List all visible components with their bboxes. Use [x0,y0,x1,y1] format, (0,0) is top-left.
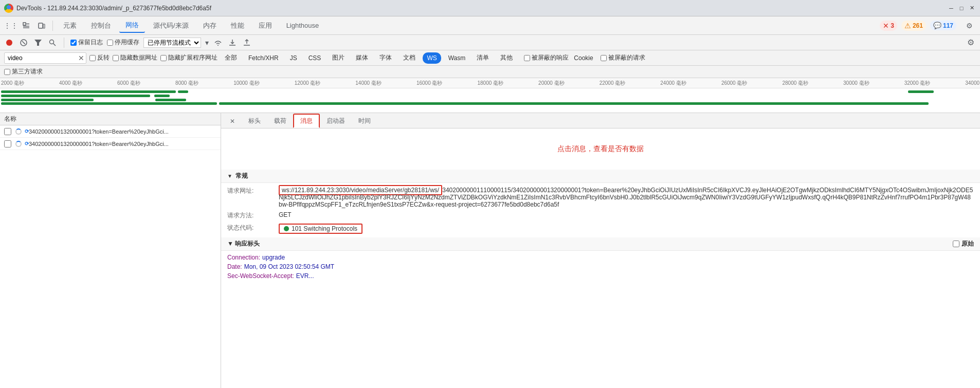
search-input[interactable] [4,52,86,64]
filter-font-btn[interactable]: 字体 [375,52,396,64]
filter-manifest-btn[interactable]: 清单 [473,52,493,64]
record-button[interactable] [4,38,14,48]
tab-initiator[interactable]: 启动器 [320,114,352,128]
close-icon[interactable]: ✕ [230,118,235,125]
clear-button[interactable] [19,38,29,48]
tab-memory[interactable]: 内存 [197,19,223,33]
filter-media-btn[interactable]: 媒体 [352,52,372,64]
filter-js-btn[interactable]: JS [286,52,301,64]
tab-messages[interactable]: 消息 [293,114,320,128]
svg-line-11 [53,43,56,46]
tab-sources[interactable]: 源代码/来源 [147,19,195,33]
filter-wasm-btn[interactable]: Wasm [444,52,470,64]
tab-close[interactable]: ✕ [223,114,242,128]
filter-button[interactable] [33,38,43,48]
third-party-checkbox[interactable]: 第三方请求 [4,67,43,76]
blocked-response-checkbox[interactable]: 被屏蔽的响应 [524,53,569,62]
import-button[interactable] [227,38,238,48]
original-checkbox[interactable]: 原始 [953,239,974,248]
close-button[interactable]: ✕ [968,4,976,12]
general-section-title: 常规 [235,172,248,180]
export-button[interactable] [242,38,252,48]
right-panel: ✕ 标头 载荷 消息 启动器 时间 点击消息，查看是否有数据 [221,113,980,388]
tab-lighthouse[interactable]: Lighthouse [280,19,325,33]
filter-doc-btn[interactable]: 文档 [399,52,420,64]
request-row[interactable]: ⟳ 34020000001320000001?token=Bearer%20ey… [0,138,221,150]
svg-marker-9 [34,40,42,46]
status-code-value: 101 Switching Protocols [279,224,974,234]
error-badge[interactable]: ✕ 3 [880,21,897,31]
filter-fetchxhr-btn[interactable]: Fetch/XHR [244,52,283,64]
spinner-icon-1 [15,128,22,135]
search-input-wrapper: ✕ [4,52,86,64]
center-message: 点击消息，查看是否有数据 [221,128,980,170]
original-input[interactable] [953,241,959,247]
svg-point-6 [6,40,12,46]
status-code-row: 状态代码: 101 Switching Protocols [221,222,980,235]
tab-payload[interactable]: 载荷 [267,114,293,128]
divider [52,21,53,31]
filter-all-btn[interactable]: 全部 [221,52,241,64]
window-controls[interactable]: ─ □ ✕ [947,4,976,12]
warning-badge[interactable]: ⚠ 261 [901,21,926,31]
tab-application[interactable]: 应用 [252,19,278,33]
clear-search-icon[interactable]: ✕ [78,54,84,62]
throttle-select[interactable]: 已停用节流模式 [143,38,201,48]
throttle-dropdown-icon[interactable]: ▾ [205,39,209,47]
request-row[interactable]: ⟳ 34020000001320000001?token=Bearer%20ey… [0,125,221,138]
hide-data-urls-checkbox[interactable]: 隐藏数据网址 [113,53,157,62]
blocked-request-checkbox[interactable]: 被屏蔽的请求 [601,53,645,62]
filter-other-btn[interactable]: 其他 [496,52,517,64]
network-settings-icon[interactable]: ⚙ [966,38,976,48]
ws-icon-1: ⟳ [25,128,29,134]
tab-headers[interactable]: 标头 [242,114,267,128]
maximize-button[interactable]: □ [957,4,966,12]
request-checkbox-1[interactable] [4,128,11,135]
request-url-2: 34020000001320000001?token=Bearer%20eyJh… [29,141,169,147]
request-checkbox-2[interactable] [4,140,11,147]
response-header-row: Connection: upgrade [221,253,980,262]
general-section-header[interactable]: ▼ 常规 [221,170,980,183]
info-badge[interactable]: 💬 117 [930,21,956,30]
request-url-row: 请求网址: ws://121.89.244.23:3030/video/medi… [221,185,980,210]
ruler-mark: 14000 毫秒 [355,80,382,87]
ruler-mark: 18000 毫秒 [478,80,504,87]
hide-extension-urls-checkbox[interactable]: 隐藏扩展程序网址 [160,53,217,62]
disable-cache-input[interactable] [107,40,113,46]
request-url-label: 请求网址: [227,187,279,195]
request-method-value: GET [279,211,974,218]
svg-line-8 [22,41,25,44]
svg-rect-5 [43,24,45,28]
filter-ws-btn[interactable]: WS [423,52,441,64]
left-panel-header: 名称 [0,113,221,125]
minimize-button[interactable]: ─ [947,4,955,12]
device-toggle-icon[interactable] [35,19,48,32]
resp-connection-value: upgrade [262,254,285,261]
svg-rect-0 [23,23,26,25]
preserve-log-input[interactable] [70,40,77,46]
invert-checkbox[interactable]: 反转 [89,53,110,62]
filter-css-btn[interactable]: CSS [304,52,325,64]
inspect-icon[interactable] [20,19,33,32]
wifi-icon [213,38,223,48]
ruler-mark: 34000 毫秒 [965,80,980,87]
settings-icon[interactable]: ⚙ [963,19,976,32]
response-headers-section-header[interactable]: ▼ 响应标头 原始 [221,237,980,251]
tab-console[interactable]: 控制台 [85,19,117,33]
ruler-mark: 22000 毫秒 [600,80,626,87]
tab-timing[interactable]: 时间 [352,114,377,128]
devtools-menu-icon[interactable]: ⋮⋮ [4,19,17,32]
filter-img-btn[interactable]: 图片 [328,52,349,64]
preserve-log-checkbox[interactable]: 保留日志 [70,38,103,47]
center-message-text: 点击消息，查看是否有数据 [557,144,644,154]
resp-connection-name: Connection: [227,254,260,261]
status-dot [284,226,289,231]
disable-cache-checkbox[interactable]: 停用缓存 [107,38,139,47]
tab-network[interactable]: 网络 [119,19,145,33]
search-button[interactable] [47,38,58,48]
tab-performance[interactable]: 性能 [225,19,250,33]
divider2 [64,38,64,48]
response-header-row: Date: Mon, 09 Oct 2023 02:50:54 GMT [221,262,980,271]
tab-elements[interactable]: 元素 [57,19,83,33]
svg-rect-4 [39,23,43,28]
